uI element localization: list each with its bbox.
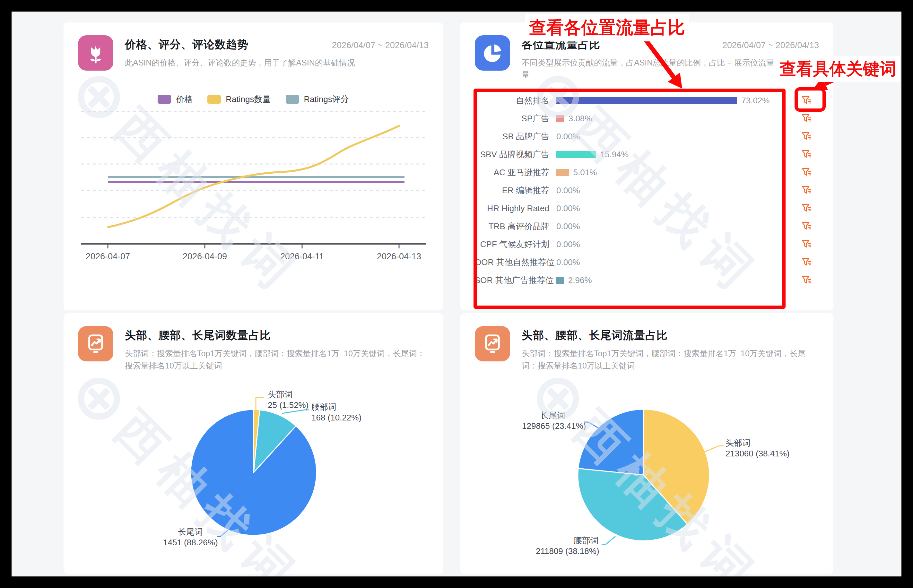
filter-funnel-icon[interactable]	[801, 239, 812, 250]
pie-label-waist: 腰部词 168 (10.22%)	[311, 402, 362, 423]
count-pie-chart	[63, 313, 443, 574]
trend-line-chart: 2026-04-07 2026-04-09 2026-04-11 2026-04…	[63, 109, 443, 263]
trend-card: 价格、评分、评论数趋势 2026/04/07 ~ 2026/04/13 此ASI…	[63, 23, 443, 310]
x-tick-label: 2026-04-13	[377, 252, 421, 261]
trend-title: 价格、评分、评论数趋势	[125, 37, 249, 52]
tulip-icon	[78, 35, 113, 71]
annotation-view-positions: 查看各位置流量占比	[525, 14, 689, 41]
annotation-filter-highlight-box	[795, 87, 826, 112]
positions-subtitle: 不同类型展示位贡献的流量，占ASIN总流量的比例，占比 = 展示位流量 / AS…	[522, 57, 819, 81]
x-tick-label: 2026-04-11	[280, 252, 324, 261]
legend-item[interactable]: 价格	[158, 94, 192, 105]
pie-label-head: 头部词 25 (1.52%)	[268, 389, 309, 410]
trend-subtitle: 此ASIN的价格、评分、评论数的走势，用于了解ASIN的基础情况	[125, 57, 425, 69]
x-tick-label: 2026-04-09	[183, 252, 227, 261]
pie-label-tail: 长尾词 1451 (88.26%)	[163, 527, 218, 548]
filter-funnel-icon[interactable]	[801, 113, 812, 124]
pie-label-tail: 长尾词 129865 (23.41%)	[522, 410, 583, 431]
filter-funnel-icon[interactable]	[801, 185, 812, 196]
legend-item[interactable]: Ratings评分	[286, 94, 349, 105]
dashboard-page: ⊕西柚找词 ⊕西柚找词 ⊕西柚找词 ⊕西柚找词 价格、评分、评论数趋势 2026…	[11, 11, 902, 577]
positions-date-range: 2026/04/07 ~ 2026/04/13	[722, 40, 819, 50]
screenshot-root: ⊕西柚找词 ⊕西柚找词 ⊕西柚找词 ⊕西柚找词 价格、评分、评论数趋势 2026…	[0, 0, 913, 588]
pie-slice-长尾词	[578, 409, 644, 475]
filter-funnel-icon[interactable]	[801, 203, 812, 214]
trend-legend: 价格Ratings数量Ratings评分	[63, 94, 443, 105]
traffic-pie-card: 头部、腰部、长尾词流量占比 头部词：搜索量排名Top1万关键词，腰部词：搜索量排…	[461, 313, 834, 574]
filter-funnel-icon[interactable]	[801, 275, 812, 286]
filter-funnel-icon[interactable]	[801, 257, 812, 268]
filter-funnel-icon[interactable]	[801, 167, 812, 178]
legend-swatch	[158, 95, 171, 104]
pie-label-head: 头部词 213060 (38.41%)	[726, 438, 789, 459]
legend-label: Ratings评分	[304, 94, 349, 105]
trend-card-header: 价格、评分、评论数趋势 2026/04/07 ~ 2026/04/13 此ASI…	[63, 23, 443, 71]
filter-funnel-icon[interactable]	[801, 221, 812, 232]
x-tick-label: 2026-04-07	[86, 252, 130, 261]
annotation-view-keywords: 查看具体关键词	[776, 56, 900, 82]
legend-swatch	[286, 95, 299, 104]
pie-label-waist: 腰部词 211809 (38.18%)	[536, 535, 599, 557]
trend-date-range: 2026/04/07 ~ 2026/04/13	[332, 40, 428, 50]
annotation-highlight-box	[473, 89, 785, 309]
legend-swatch	[207, 95, 221, 104]
filter-funnel-icon[interactable]	[801, 131, 812, 142]
legend-item[interactable]: Ratings数量	[207, 94, 271, 105]
count-pie-card: 头部、腰部、长尾词数量占比 头部词：搜索量排名Top1万关键词，腰部词：搜索量排…	[63, 313, 443, 574]
pie-chart-icon	[475, 35, 510, 71]
legend-label: Ratings数量	[226, 94, 271, 105]
legend-label: 价格	[176, 94, 192, 105]
filter-funnel-icon[interactable]	[801, 149, 812, 160]
